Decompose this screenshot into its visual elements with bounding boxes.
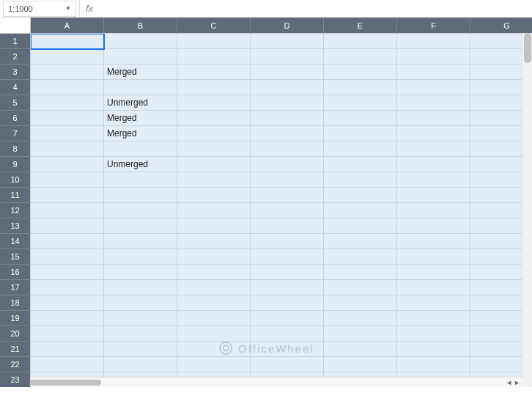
cell[interactable]	[177, 203, 251, 218]
cell[interactable]	[31, 280, 104, 295]
row-header[interactable]: 8	[0, 141, 31, 157]
cell[interactable]	[177, 265, 251, 280]
cell[interactable]	[177, 126, 251, 141]
formula-input[interactable]	[99, 0, 532, 17]
cell[interactable]	[31, 49, 104, 65]
cell[interactable]	[177, 141, 251, 157]
cell[interactable]	[177, 65, 251, 80]
column-header[interactable]: B	[104, 18, 177, 34]
cell[interactable]	[104, 342, 177, 357]
row-header[interactable]: 10	[0, 172, 31, 188]
cell[interactable]	[31, 203, 104, 218]
horizontal-scrollbar[interactable]: ◄ ►	[0, 377, 522, 387]
cell[interactable]	[251, 49, 324, 65]
vertical-scrollbar[interactable]	[522, 34, 532, 377]
cell[interactable]	[324, 172, 397, 188]
cell[interactable]	[251, 172, 324, 188]
cell[interactable]	[397, 342, 470, 357]
cell[interactable]	[31, 65, 104, 80]
cell[interactable]	[324, 80, 397, 95]
row-header[interactable]: 15	[0, 249, 31, 265]
cell[interactable]	[397, 172, 470, 188]
cell[interactable]	[397, 188, 470, 203]
cell[interactable]	[104, 295, 177, 311]
cell[interactable]	[251, 141, 324, 157]
cell[interactable]	[324, 188, 397, 203]
cell[interactable]	[324, 203, 397, 218]
cell-A1[interactable]	[31, 34, 104, 49]
scroll-left-icon[interactable]: ◄	[506, 379, 512, 386]
cell[interactable]	[397, 34, 470, 49]
cell[interactable]	[251, 357, 324, 372]
row-header[interactable]: 16	[0, 265, 31, 280]
cell[interactable]	[397, 280, 470, 295]
row-header[interactable]: 7	[0, 126, 31, 141]
cell[interactable]	[177, 80, 251, 95]
scroll-right-icon[interactable]: ►	[514, 379, 520, 386]
cell[interactable]	[324, 234, 397, 249]
row-header[interactable]: 6	[0, 111, 31, 126]
row-header[interactable]: 5	[0, 95, 31, 111]
cell[interactable]	[397, 234, 470, 249]
cell[interactable]	[397, 357, 470, 372]
cell[interactable]	[31, 157, 104, 172]
row-header[interactable]: 13	[0, 218, 31, 234]
row-header[interactable]: 17	[0, 280, 31, 295]
cell[interactable]	[251, 126, 324, 141]
cell[interactable]	[324, 141, 397, 157]
cell[interactable]	[251, 65, 324, 80]
row-header[interactable]: 2	[0, 49, 31, 65]
cell[interactable]	[251, 111, 324, 126]
cell[interactable]	[324, 265, 397, 280]
cell-B3[interactable]: Merged	[104, 65, 177, 80]
row-header[interactable]: 1	[0, 34, 31, 49]
cell[interactable]	[104, 311, 177, 326]
cell[interactable]	[397, 249, 470, 265]
cell[interactable]	[31, 357, 104, 372]
cell[interactable]	[324, 326, 397, 342]
cell[interactable]	[31, 249, 104, 265]
row-header[interactable]: 23	[0, 372, 31, 387]
cell[interactable]	[324, 342, 397, 357]
cell[interactable]	[251, 311, 324, 326]
cell[interactable]	[31, 172, 104, 188]
row-header[interactable]: 4	[0, 80, 31, 95]
vertical-scroll-thumb[interactable]	[524, 34, 531, 63]
cell[interactable]	[397, 141, 470, 157]
cell[interactable]	[31, 188, 104, 203]
row-header[interactable]: 22	[0, 357, 31, 372]
row-header[interactable]: 18	[0, 295, 31, 311]
cell[interactable]	[251, 218, 324, 234]
cell[interactable]	[177, 157, 251, 172]
cell[interactable]	[251, 342, 324, 357]
cell[interactable]	[31, 95, 104, 111]
cell[interactable]	[251, 234, 324, 249]
cell[interactable]	[104, 172, 177, 188]
cell[interactable]	[324, 295, 397, 311]
cell[interactable]	[31, 311, 104, 326]
cell[interactable]	[324, 311, 397, 326]
cell[interactable]	[324, 49, 397, 65]
cell[interactable]	[397, 311, 470, 326]
cell[interactable]	[397, 65, 470, 80]
cell[interactable]	[31, 295, 104, 311]
column-header[interactable]: A	[31, 18, 104, 34]
cell[interactable]	[31, 342, 104, 357]
row-header[interactable]: 11	[0, 188, 31, 203]
cell[interactable]	[251, 265, 324, 280]
row-header[interactable]: 20	[0, 326, 31, 342]
cell[interactable]	[397, 295, 470, 311]
column-header[interactable]: D	[251, 18, 324, 34]
cell[interactable]	[177, 218, 251, 234]
cell-B9[interactable]: Unmerged	[104, 157, 177, 172]
cell[interactable]	[251, 280, 324, 295]
cell[interactable]	[104, 326, 177, 342]
column-header[interactable]: F	[397, 18, 470, 34]
row-header[interactable]: 21	[0, 342, 31, 357]
cell[interactable]	[251, 188, 324, 203]
row-header[interactable]: 9	[0, 157, 31, 172]
cell[interactable]	[251, 203, 324, 218]
cell[interactable]	[31, 111, 104, 126]
column-header[interactable]: E	[324, 18, 397, 34]
select-all-corner[interactable]	[0, 18, 31, 34]
